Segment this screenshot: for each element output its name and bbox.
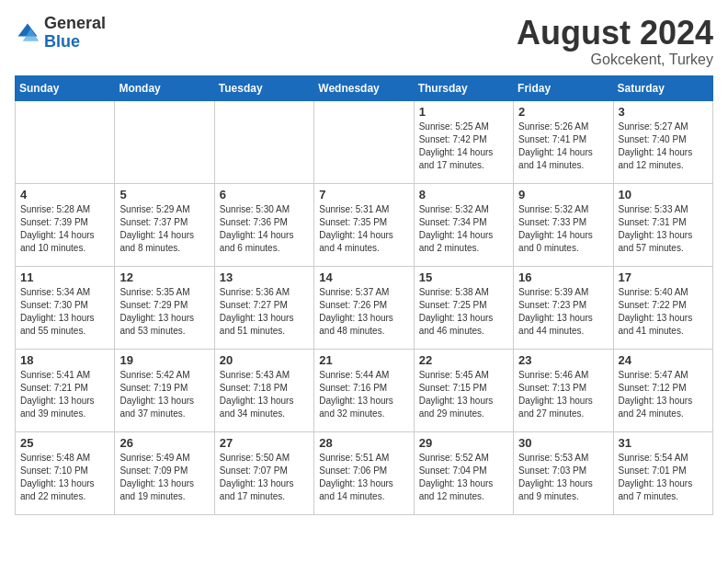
- day-info: Sunrise: 5:35 AM Sunset: 7:29 PM Dayligh…: [119, 286, 209, 338]
- calendar-cell: 8Sunrise: 5:32 AM Sunset: 7:34 PM Daylig…: [414, 183, 513, 266]
- day-of-week-header: Friday: [514, 75, 613, 100]
- day-number: 5: [119, 188, 209, 201]
- logo-icon: [15, 20, 40, 46]
- day-of-week-header: Sunday: [16, 75, 115, 100]
- calendar-cell: 7Sunrise: 5:31 AM Sunset: 7:35 PM Daylig…: [314, 183, 414, 266]
- calendar-cell: 30Sunrise: 5:53 AM Sunset: 7:03 PM Dayli…: [514, 431, 613, 514]
- calendar-cell: 12Sunrise: 5:35 AM Sunset: 7:29 PM Dayli…: [115, 266, 214, 349]
- location-subtitle: Gokcekent, Turkey: [517, 52, 713, 68]
- day-number: 27: [220, 436, 309, 450]
- day-number: 20: [220, 353, 309, 367]
- day-info: Sunrise: 5:26 AM Sunset: 7:41 PM Dayligh…: [518, 121, 608, 172]
- day-info: Sunrise: 5:43 AM Sunset: 7:18 PM Dayligh…: [220, 369, 309, 420]
- calendar-cell: 5Sunrise: 5:29 AM Sunset: 7:37 PM Daylig…: [115, 183, 214, 266]
- day-info: Sunrise: 5:50 AM Sunset: 7:07 PM Dayligh…: [220, 452, 309, 503]
- day-number: 16: [518, 270, 608, 284]
- day-number: 17: [619, 270, 708, 284]
- calendar-cell: 25Sunrise: 5:48 AM Sunset: 7:10 PM Dayli…: [16, 431, 115, 514]
- day-info: Sunrise: 5:48 AM Sunset: 7:10 PM Dayligh…: [20, 452, 109, 503]
- logo-text: General Blue: [44, 15, 106, 52]
- day-info: Sunrise: 5:52 AM Sunset: 7:04 PM Dayligh…: [419, 452, 508, 503]
- month-year-title: August 2024: [517, 15, 713, 52]
- day-number: 1: [419, 105, 508, 119]
- day-number: 7: [319, 188, 408, 201]
- calendar-cell: [214, 100, 313, 183]
- day-info: Sunrise: 5:25 AM Sunset: 7:42 PM Dayligh…: [419, 121, 508, 172]
- day-info: Sunrise: 5:36 AM Sunset: 7:27 PM Dayligh…: [220, 286, 309, 338]
- day-info: Sunrise: 5:46 AM Sunset: 7:13 PM Dayligh…: [518, 369, 608, 420]
- day-of-week-header: Monday: [115, 75, 214, 100]
- day-number: 15: [419, 270, 508, 284]
- calendar-week-row: 18Sunrise: 5:41 AM Sunset: 7:21 PM Dayli…: [16, 349, 713, 431]
- calendar-cell: 2Sunrise: 5:26 AM Sunset: 7:41 PM Daylig…: [514, 100, 613, 183]
- day-info: Sunrise: 5:54 AM Sunset: 7:01 PM Dayligh…: [619, 452, 708, 503]
- day-number: 10: [619, 188, 708, 201]
- day-number: 31: [619, 436, 708, 450]
- calendar-cell: [115, 100, 214, 183]
- calendar-table: SundayMondayTuesdayWednesdayThursdayFrid…: [15, 75, 713, 515]
- calendar-cell: 31Sunrise: 5:54 AM Sunset: 7:01 PM Dayli…: [613, 431, 712, 514]
- day-number: 29: [419, 436, 508, 450]
- day-of-week-header: Wednesday: [314, 75, 414, 100]
- page-header: General Blue August 2024 Gokcekent, Turk…: [15, 15, 713, 68]
- day-info: Sunrise: 5:44 AM Sunset: 7:16 PM Dayligh…: [319, 369, 408, 420]
- calendar-cell: [314, 100, 414, 183]
- day-number: 13: [220, 270, 309, 284]
- calendar-cell: 19Sunrise: 5:42 AM Sunset: 7:19 PM Dayli…: [115, 349, 214, 431]
- day-number: 18: [20, 353, 109, 367]
- calendar-cell: [16, 100, 115, 183]
- day-info: Sunrise: 5:42 AM Sunset: 7:19 PM Dayligh…: [119, 369, 209, 420]
- calendar-cell: 16Sunrise: 5:39 AM Sunset: 7:23 PM Dayli…: [514, 266, 613, 349]
- calendar-cell: 22Sunrise: 5:45 AM Sunset: 7:15 PM Dayli…: [414, 349, 513, 431]
- calendar-cell: 14Sunrise: 5:37 AM Sunset: 7:26 PM Dayli…: [314, 266, 414, 349]
- calendar-cell: 20Sunrise: 5:43 AM Sunset: 7:18 PM Dayli…: [214, 349, 313, 431]
- day-info: Sunrise: 5:32 AM Sunset: 7:34 PM Dayligh…: [419, 203, 508, 255]
- day-info: Sunrise: 5:39 AM Sunset: 7:23 PM Dayligh…: [518, 286, 608, 338]
- day-info: Sunrise: 5:33 AM Sunset: 7:31 PM Dayligh…: [619, 203, 708, 255]
- day-number: 11: [20, 270, 109, 284]
- day-number: 30: [518, 436, 608, 450]
- calendar-cell: 4Sunrise: 5:28 AM Sunset: 7:39 PM Daylig…: [16, 183, 115, 266]
- calendar-cell: 6Sunrise: 5:30 AM Sunset: 7:36 PM Daylig…: [214, 183, 313, 266]
- calendar-cell: 11Sunrise: 5:34 AM Sunset: 7:30 PM Dayli…: [16, 266, 115, 349]
- day-number: 23: [518, 353, 608, 367]
- day-info: Sunrise: 5:29 AM Sunset: 7:37 PM Dayligh…: [119, 203, 209, 255]
- day-info: Sunrise: 5:32 AM Sunset: 7:33 PM Dayligh…: [518, 203, 608, 255]
- day-info: Sunrise: 5:28 AM Sunset: 7:39 PM Dayligh…: [20, 203, 109, 255]
- calendar-cell: 15Sunrise: 5:38 AM Sunset: 7:25 PM Dayli…: [414, 266, 513, 349]
- calendar-cell: 17Sunrise: 5:40 AM Sunset: 7:22 PM Dayli…: [613, 266, 712, 349]
- day-number: 21: [319, 353, 408, 367]
- day-info: Sunrise: 5:40 AM Sunset: 7:22 PM Dayligh…: [619, 286, 708, 338]
- day-number: 4: [20, 188, 109, 201]
- day-info: Sunrise: 5:30 AM Sunset: 7:36 PM Dayligh…: [220, 203, 309, 255]
- calendar-cell: 24Sunrise: 5:47 AM Sunset: 7:12 PM Dayli…: [613, 349, 712, 431]
- day-number: 8: [419, 188, 508, 201]
- day-info: Sunrise: 5:47 AM Sunset: 7:12 PM Dayligh…: [619, 369, 708, 420]
- calendar-cell: 26Sunrise: 5:49 AM Sunset: 7:09 PM Dayli…: [115, 431, 214, 514]
- logo: General Blue: [15, 15, 106, 52]
- day-info: Sunrise: 5:41 AM Sunset: 7:21 PM Dayligh…: [20, 369, 109, 420]
- calendar-cell: 29Sunrise: 5:52 AM Sunset: 7:04 PM Dayli…: [414, 431, 513, 514]
- day-number: 26: [119, 436, 209, 450]
- calendar-cell: 3Sunrise: 5:27 AM Sunset: 7:40 PM Daylig…: [613, 100, 712, 183]
- calendar-week-row: 25Sunrise: 5:48 AM Sunset: 7:10 PM Dayli…: [16, 431, 713, 514]
- calendar-cell: 1Sunrise: 5:25 AM Sunset: 7:42 PM Daylig…: [414, 100, 513, 183]
- day-number: 28: [319, 436, 408, 450]
- day-info: Sunrise: 5:37 AM Sunset: 7:26 PM Dayligh…: [319, 286, 408, 338]
- calendar-cell: 28Sunrise: 5:51 AM Sunset: 7:06 PM Dayli…: [314, 431, 414, 514]
- day-info: Sunrise: 5:38 AM Sunset: 7:25 PM Dayligh…: [419, 286, 508, 338]
- day-number: 19: [119, 353, 209, 367]
- day-of-week-header: Thursday: [414, 75, 513, 100]
- day-info: Sunrise: 5:53 AM Sunset: 7:03 PM Dayligh…: [518, 452, 608, 503]
- day-of-week-header: Saturday: [613, 75, 712, 100]
- day-info: Sunrise: 5:49 AM Sunset: 7:09 PM Dayligh…: [119, 452, 209, 503]
- day-number: 12: [119, 270, 209, 284]
- calendar-cell: 18Sunrise: 5:41 AM Sunset: 7:21 PM Dayli…: [16, 349, 115, 431]
- day-number: 25: [20, 436, 109, 450]
- calendar-cell: 10Sunrise: 5:33 AM Sunset: 7:31 PM Dayli…: [613, 183, 712, 266]
- day-info: Sunrise: 5:45 AM Sunset: 7:15 PM Dayligh…: [419, 369, 508, 420]
- day-number: 24: [619, 353, 708, 367]
- calendar-week-row: 1Sunrise: 5:25 AM Sunset: 7:42 PM Daylig…: [16, 100, 713, 183]
- calendar-cell: 23Sunrise: 5:46 AM Sunset: 7:13 PM Dayli…: [514, 349, 613, 431]
- day-number: 6: [220, 188, 309, 201]
